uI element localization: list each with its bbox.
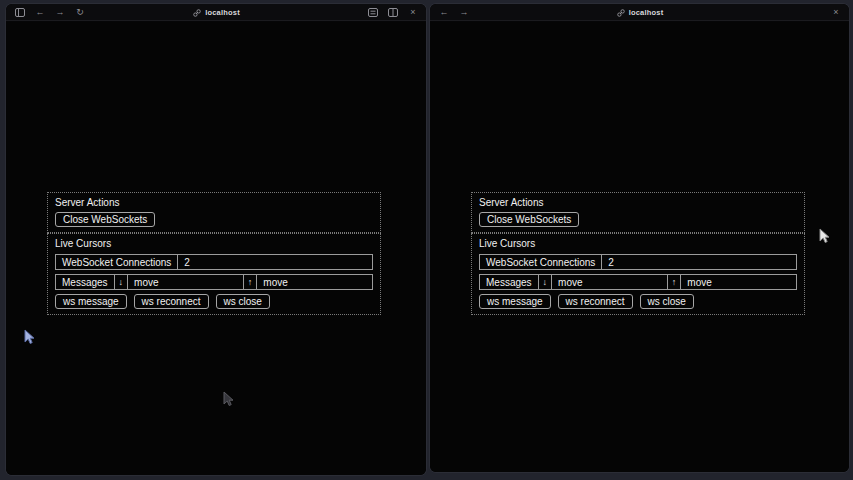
server-actions-panel: Server Actions Close WebSockets [47,192,381,233]
arrow-up-icon: ↑ [668,275,682,289]
back-icon[interactable]: ← [35,8,45,18]
page-title: localhost [205,8,240,17]
connections-row: WebSocket Connections 2 [55,254,373,270]
connections-row: WebSocket Connections 2 [479,254,797,270]
forward-icon[interactable]: → [55,8,65,18]
titlebar-left-controls: ← → ↻ [15,4,85,21]
page-content: Server Actions Close WebSockets Live Cur… [430,22,849,472]
browser-window-right: ← → localhost × Server Actions Close Web… [430,4,849,472]
messages-label: Messages [56,275,115,289]
messages-row: Messages ↓ move ↑ move [479,274,797,290]
split-view-icon[interactable] [388,8,398,18]
close-icon[interactable]: × [831,8,841,18]
server-actions-title: Server Actions [55,197,373,209]
incoming-message-value: move [128,275,244,289]
server-actions-title: Server Actions [479,197,797,209]
live-cursors-title: Live Cursors [55,238,373,250]
ws-buttons-row: ws message ws reconnect ws close [55,294,373,309]
link-icon [192,8,202,18]
titlebar-right-controls: × [368,4,418,21]
messages-row: Messages ↓ move ↑ move [55,274,373,290]
connections-value: 2 [602,255,796,269]
server-actions-panel: Server Actions Close WebSockets [471,192,805,233]
ws-message-button[interactable]: ws message [479,294,551,309]
reader-view-icon[interactable] [368,8,378,18]
ws-reconnect-button[interactable]: ws reconnect [134,294,209,309]
ws-close-button[interactable]: ws close [216,294,270,309]
arrow-down-icon: ↓ [115,275,129,289]
arrow-up-icon: ↑ [244,275,258,289]
ws-close-button[interactable]: ws close [640,294,694,309]
address-area: localhost [430,4,849,21]
sidebar-toggle-icon[interactable] [15,8,25,18]
messages-label: Messages [480,275,539,289]
back-icon[interactable]: ← [439,8,449,18]
ws-message-button[interactable]: ws message [55,294,127,309]
titlebar-left-controls: ← → [439,4,469,21]
outgoing-message-value: move [257,275,372,289]
incoming-message-value: move [552,275,668,289]
reload-icon[interactable]: ↻ [75,8,85,18]
forward-icon[interactable]: → [459,8,469,18]
close-websockets-button[interactable]: Close WebSockets [479,212,579,227]
titlebar: ← → ↻ localhost × [6,4,426,21]
live-cursors-panel: Live Cursors WebSocket Connections 2 Mes… [471,233,805,315]
arrow-down-icon: ↓ [539,275,553,289]
ws-buttons-row: ws message ws reconnect ws close [479,294,797,309]
page-content: Server Actions Close WebSockets Live Cur… [6,22,426,475]
titlebar-right-controls: × [831,4,841,21]
connections-label: WebSocket Connections [56,255,178,269]
live-cursors-title: Live Cursors [479,238,797,250]
ws-reconnect-button[interactable]: ws reconnect [558,294,633,309]
close-icon[interactable]: × [408,8,418,18]
titlebar: ← → localhost × [430,4,849,21]
page-title: localhost [629,8,664,17]
live-cursors-panel: Live Cursors WebSocket Connections 2 Mes… [47,233,381,315]
browser-window-left: ← → ↻ localhost × Server Actions Close W… [6,4,426,475]
close-websockets-button[interactable]: Close WebSockets [55,212,155,227]
connections-label: WebSocket Connections [480,255,602,269]
outgoing-message-value: move [681,275,796,289]
link-icon [616,8,626,18]
desktop: { "chrome": { "title": "localhost", "bac… [0,0,853,480]
connections-value: 2 [178,255,372,269]
